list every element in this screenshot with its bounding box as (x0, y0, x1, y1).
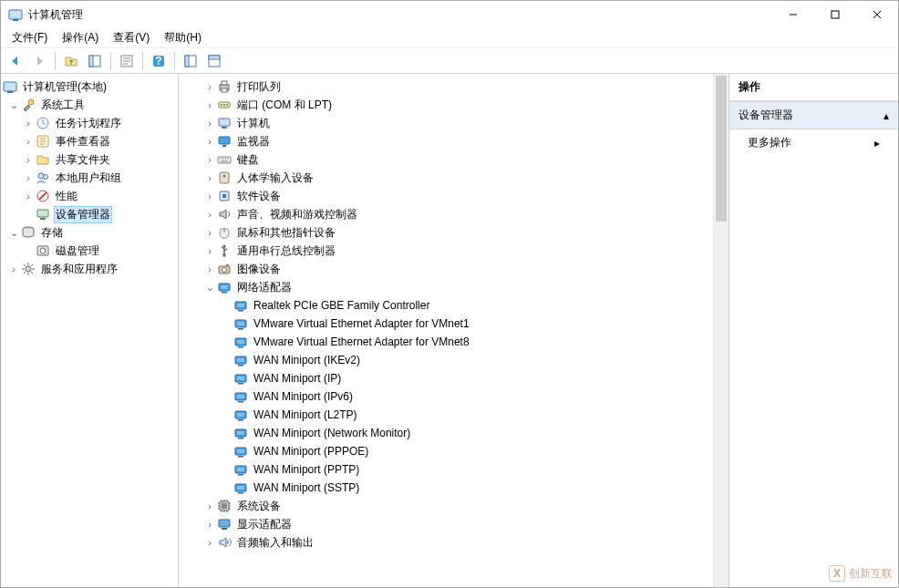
expander-icon[interactable]: › (202, 500, 217, 511)
tree-system-tools[interactable]: ⌄ 系统工具 (3, 96, 176, 114)
expander-icon[interactable]: › (202, 154, 217, 165)
expander-icon[interactable]: › (202, 99, 217, 110)
device-adapter-6[interactable]: WAN Miniport (L2TP) (181, 406, 711, 424)
tree-task-scheduler[interactable]: › 任务计划程序 (3, 114, 176, 132)
device-software[interactable]: ›软件设备 (181, 187, 711, 205)
minimize-button[interactable] (772, 1, 814, 28)
i-computer-icon (217, 116, 232, 130)
menu-file[interactable]: 文件(F) (5, 28, 55, 47)
tree-label: 事件查看器 (54, 133, 112, 150)
view-button-1[interactable] (180, 50, 202, 72)
properties-button[interactable] (116, 50, 138, 72)
tree-services[interactable]: › 服务和应用程序 (3, 260, 176, 278)
expander-icon[interactable]: › (21, 154, 36, 165)
device-display[interactable]: ›显示适配器 (181, 515, 711, 533)
device-system[interactable]: ›系统设备 (181, 497, 711, 515)
i-net-icon (233, 426, 248, 440)
expander-icon[interactable]: › (202, 81, 217, 92)
expander-icon[interactable]: › (202, 537, 217, 548)
vertical-scrollbar[interactable] (713, 74, 728, 587)
device-ports[interactable]: ›端口 (COM 和 LPT) (181, 96, 711, 114)
device-monitors[interactable]: ›监视器 (181, 132, 711, 150)
tree-event-viewer[interactable]: › 事件查看器 (3, 132, 176, 150)
expander-icon[interactable]: ⌄ (6, 99, 21, 111)
i-net-icon (233, 444, 248, 459)
device-adapter-4[interactable]: WAN Miniport (IP) (181, 369, 711, 387)
device-printQueues[interactable]: ›打印队列 (181, 77, 711, 96)
expander-icon[interactable]: › (202, 191, 217, 201)
device-computer[interactable]: ›计算机 (181, 114, 711, 132)
actions-header: 操作 (729, 74, 898, 101)
svg-rect-47 (832, 11, 839, 18)
expander-icon[interactable]: › (202, 136, 217, 147)
device-adapter-9[interactable]: WAN Miniport (PPTP) (181, 460, 711, 479)
device-sound[interactable]: ›声音、视频和游戏控制器 (181, 205, 711, 223)
device-adapter-7[interactable]: WAN Miniport (Network Monitor) (181, 424, 711, 442)
actions-more[interactable]: 更多操作 ▸ (729, 129, 898, 156)
device-adapter-8[interactable]: WAN Miniport (PPPOE) (181, 442, 711, 460)
expander-icon[interactable]: › (6, 263, 21, 274)
expander-icon[interactable]: ⌄ (202, 282, 217, 294)
clock-icon (36, 116, 50, 130)
expander-icon[interactable]: › (202, 209, 217, 220)
expander-icon[interactable]: ⌄ (6, 227, 21, 239)
expander-icon[interactable]: › (202, 227, 217, 238)
tree-disk-mgmt[interactable]: 磁盘管理 (3, 242, 176, 260)
device-adapter-2[interactable]: VMware Virtual Ethernet Adapter for VMne… (181, 333, 711, 351)
tree-label: 任务计划程序 (54, 115, 123, 132)
device-adapter-10[interactable]: WAN Miniport (SSTP) (181, 479, 711, 497)
device-tree[interactable]: ›打印队列›端口 (COM 和 LPT)›计算机›监视器›键盘›人体学输入设备›… (179, 74, 713, 587)
forward-button[interactable] (28, 50, 50, 72)
device-usb[interactable]: ›通用串行总线控制器 (181, 242, 711, 260)
device-label: 音频输入和输出 (235, 534, 315, 552)
i-net-icon (233, 462, 248, 477)
device-label: 人体学输入设备 (235, 170, 315, 187)
menu-view[interactable]: 查看(V) (106, 28, 157, 47)
tools-icon (21, 98, 36, 112)
device-imaging[interactable]: ›图像设备 (181, 260, 711, 278)
expander-icon[interactable]: › (21, 136, 36, 147)
expander-icon[interactable]: › (202, 118, 217, 129)
device-keyboards[interactable]: ›键盘 (181, 150, 711, 169)
expander-icon[interactable]: › (21, 172, 36, 183)
show-tree-button[interactable] (84, 50, 106, 72)
expander-icon[interactable]: › (202, 172, 217, 183)
tree-storage[interactable]: ⌄ 存储 (3, 223, 176, 242)
view-button-2[interactable] (203, 50, 225, 72)
expander-icon[interactable]: › (21, 191, 36, 201)
tree-device-manager[interactable]: 设备管理器 (3, 205, 176, 223)
device-label: WAN Miniport (IPv6) (252, 389, 355, 404)
tree-label: 存储 (39, 224, 65, 242)
scrollbar-thumb[interactable] (716, 76, 727, 222)
tree-shared-folders[interactable]: › 共享文件夹 (3, 150, 176, 169)
menu-action[interactable]: 操作(A) (55, 28, 106, 47)
device-network[interactable]: ⌄网络适配器 (181, 278, 711, 296)
up-button[interactable] (60, 50, 82, 72)
expander-icon[interactable]: › (202, 263, 217, 274)
actions-selected[interactable]: 设备管理器 ▴ (729, 101, 898, 129)
device-adapter-1[interactable]: VMware Virtual Ethernet Adapter for VMne… (181, 315, 711, 333)
device-audio[interactable]: ›音频输入和输出 (181, 533, 711, 552)
i-net-icon (233, 480, 248, 495)
expander-icon[interactable]: › (202, 519, 217, 530)
device-adapter-5[interactable]: WAN Miniport (IPv6) (181, 387, 711, 406)
maximize-button[interactable] (814, 1, 856, 28)
device-mice[interactable]: ›鼠标和其他指针设备 (181, 223, 711, 242)
help-button[interactable] (148, 50, 170, 72)
expander-icon[interactable]: › (21, 118, 36, 129)
console-tree[interactable]: 计算机管理(本地) ⌄ 系统工具 › 任务计划程序 › 事件查看器 › 共享文件… (1, 74, 179, 587)
device-label: 软件设备 (235, 188, 283, 205)
tree-root[interactable]: 计算机管理(本地) (3, 77, 176, 96)
expander-icon[interactable]: › (202, 245, 217, 256)
tree-performance[interactable]: › 性能 (3, 187, 176, 205)
device-label: 监视器 (235, 133, 272, 150)
device-adapter-0[interactable]: Realtek PCIe GBE Family Controller (181, 296, 711, 315)
menu-help[interactable]: 帮助(H) (157, 28, 209, 47)
i-usb-icon (217, 243, 232, 258)
tree-local-users[interactable]: › 本地用户和组 (3, 169, 176, 187)
close-button[interactable] (856, 1, 898, 28)
device-adapter-3[interactable]: WAN Miniport (IKEv2) (181, 351, 711, 369)
back-button[interactable] (5, 50, 26, 72)
device-hid[interactable]: ›人体学输入设备 (181, 169, 711, 187)
disk-icon (36, 243, 50, 258)
